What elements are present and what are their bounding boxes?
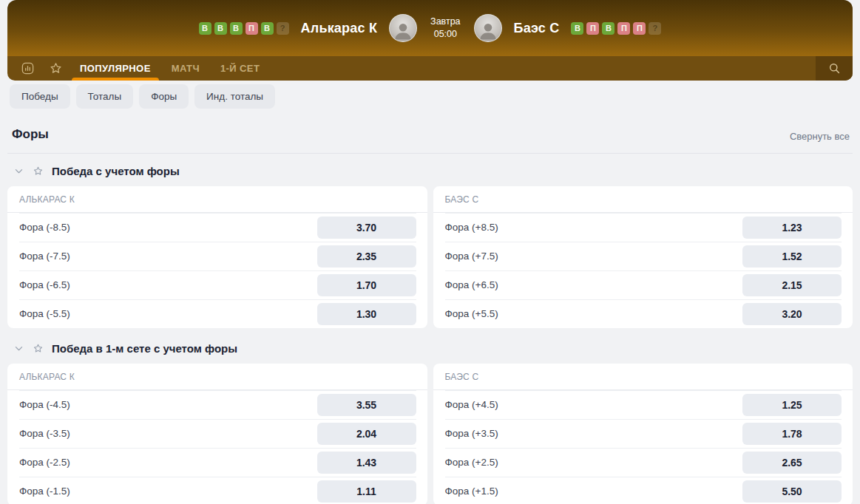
bet-row: Фора (+3.5) 1.78	[433, 419, 853, 448]
player2-form: В П В П П ?	[571, 22, 661, 35]
odds-button[interactable]: 3.20	[742, 303, 842, 325]
odds-button[interactable]: 1.43	[317, 452, 416, 474]
star-icon[interactable]	[33, 343, 44, 354]
filter-chip-wins[interactable]: Победы	[10, 84, 70, 109]
bet-row: Фора (-2.5) 1.43	[7, 448, 427, 477]
odds-button[interactable]: 1.52	[742, 245, 842, 268]
chevron-down-icon[interactable]	[13, 166, 24, 177]
odds-button[interactable]: 2.35	[317, 245, 416, 268]
form-badge: В	[602, 22, 614, 35]
bet-row: Фора (+4.5) 1.25	[433, 390, 853, 419]
bet-row: Фора (-8.5) 3.70	[7, 213, 427, 242]
bet-label: Фора (+6.5)	[445, 279, 498, 290]
market-cards: АЛЬКАРАС К Фора (-8.5) 3.70 Фора (-7.5) …	[7, 186, 853, 328]
filter-chip-totals[interactable]: Тоталы	[76, 84, 134, 109]
bet-row: Фора (+1.5) 5.50	[433, 477, 853, 504]
match-panel: В В В П В ? Алькарас К Завтра 05:00	[7, 0, 853, 81]
bet-label: Фора (+2.5)	[445, 457, 498, 468]
player1-side: В В В П В ? Алькарас К	[199, 14, 418, 42]
player2-name: Баэс С	[514, 21, 560, 36]
form-badge: В	[261, 22, 274, 35]
group-header[interactable]: Победа в 1-м сете с учетом форы	[7, 328, 853, 364]
player1-market-card: АЛЬКАРАС К Фора (-4.5) 3.55 Фора (-3.5) …	[7, 364, 427, 504]
bet-label: Фора (-8.5)	[19, 222, 70, 233]
star-icon	[49, 61, 63, 75]
bet-row: Фора (+8.5) 1.23	[433, 213, 853, 242]
bet-label: Фора (-3.5)	[19, 428, 70, 439]
odds-button[interactable]: 3.70	[317, 217, 416, 239]
player2-market-card: БАЭС С Фора (+8.5) 1.23 Фора (+7.5) 1.52…	[433, 186, 853, 328]
bet-label: Фора (-2.5)	[19, 457, 70, 468]
tab-popular[interactable]: ПОПУЛЯРНОЕ	[70, 56, 161, 81]
player1-name: Алькарас К	[301, 21, 378, 36]
page-title: Форы	[12, 127, 49, 142]
odds-button[interactable]: 5.50	[742, 480, 842, 503]
bet-label: Фора (-4.5)	[19, 399, 70, 410]
bet-row: Фора (-1.5) 1.11	[7, 477, 427, 504]
bet-row: Фора (+5.5) 3.20	[433, 299, 853, 328]
player1-market-card: АЛЬКАРАС К Фора (-8.5) 3.70 Фора (-7.5) …	[7, 186, 427, 328]
odds-button[interactable]: 1.11	[317, 480, 416, 503]
form-badge: В	[571, 22, 583, 35]
form-badge: ?	[277, 22, 289, 35]
chevron-down-icon[interactable]	[13, 343, 24, 354]
bet-label: Фора (-7.5)	[19, 251, 70, 262]
bet-label: Фора (-1.5)	[19, 486, 70, 497]
filter-chip-ind-totals[interactable]: Инд. тоталы	[194, 84, 275, 109]
form-badge: В	[214, 22, 227, 35]
market-group-set1-handicap: Победа в 1-м сете с учетом форы АЛЬКАРАС…	[7, 328, 853, 504]
group-header[interactable]: Победа с учетом форы	[7, 154, 853, 186]
card-header: АЛЬКАРАС К	[7, 364, 427, 390]
form-badge: П	[617, 22, 630, 35]
player1-avatar	[389, 14, 417, 42]
odds-button[interactable]: 2.15	[742, 274, 842, 296]
filter-chip-handicaps[interactable]: Форы	[139, 84, 189, 109]
form-badge: В	[199, 22, 211, 35]
odds-button[interactable]: 1.70	[317, 274, 416, 296]
match-clock: 05:00	[430, 28, 461, 41]
match-day: Завтра	[430, 16, 461, 28]
form-badge: П	[586, 22, 599, 35]
bet-label: Фора (+5.5)	[445, 308, 498, 319]
odds-button[interactable]: 3.55	[317, 394, 416, 416]
star-icon[interactable]	[33, 166, 44, 177]
tab-first-set[interactable]: 1-Й СЕТ	[210, 56, 270, 81]
bet-label: Фора (+7.5)	[445, 251, 498, 262]
favorites-button[interactable]	[41, 56, 70, 81]
bet-row: Фора (-3.5) 2.04	[7, 419, 427, 448]
match-header: В В В П В ? Алькарас К Завтра 05:00	[7, 0, 853, 56]
match-time: Завтра 05:00	[430, 16, 461, 41]
odds-button[interactable]: 1.25	[742, 394, 842, 416]
form-badge: ?	[649, 22, 661, 35]
odds-button[interactable]: 1.30	[317, 303, 416, 325]
bar-chart-icon	[21, 61, 35, 75]
odds-button[interactable]: 2.04	[317, 423, 416, 445]
card-header: БАЭС С	[433, 186, 853, 213]
market-group-handicap: Победа с учетом форы АЛЬКАРАС К Фора (-8…	[7, 154, 853, 328]
bet-label: Фора (-5.5)	[19, 308, 70, 319]
search-icon	[827, 61, 842, 75]
bet-label: Фора (+8.5)	[445, 222, 498, 233]
odds-button[interactable]: 1.78	[742, 423, 842, 445]
form-badge: П	[246, 22, 258, 35]
market-nav: ПОПУЛЯРНОЕ МАТЧ 1-Й СЕТ	[7, 56, 853, 81]
bet-row: Фора (+7.5) 1.52	[433, 242, 853, 270]
bet-row: Фора (-5.5) 1.30	[7, 299, 427, 328]
card-header: АЛЬКАРАС К	[7, 186, 427, 213]
market-cards: АЛЬКАРАС К Фора (-4.5) 3.55 Фора (-3.5) …	[7, 364, 853, 504]
group-title: Победа с учетом форы	[52, 165, 180, 177]
person-icon	[392, 19, 414, 41]
player1-form: В В В П В ?	[199, 22, 289, 35]
bet-row: Фора (+2.5) 2.65	[433, 448, 853, 477]
form-badge: В	[230, 22, 243, 35]
collapse-all-link[interactable]: Свернуть все	[790, 131, 850, 142]
bet-label: Фора (+3.5)	[445, 428, 498, 439]
search-button[interactable]	[816, 56, 853, 81]
tab-match[interactable]: МАТЧ	[161, 56, 210, 81]
bet-row: Фора (-4.5) 3.55	[7, 390, 427, 419]
stats-button[interactable]	[13, 56, 41, 81]
card-header: БАЭС С	[433, 364, 853, 390]
odds-button[interactable]: 2.65	[742, 452, 842, 474]
person-icon	[477, 19, 499, 41]
odds-button[interactable]: 1.23	[742, 217, 842, 239]
